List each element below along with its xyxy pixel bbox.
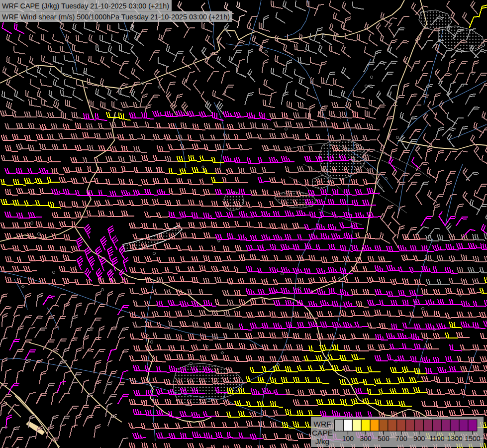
svg-text:300: 300 [360,435,372,443]
svg-text:1100: 1100 [429,435,444,443]
svg-text:CAPE: CAPE [312,429,333,437]
svg-text:WRF: WRF [313,420,331,428]
svg-text:1500: 1500 [465,435,480,443]
svg-text:700: 700 [395,435,407,443]
svg-text:J/kg: J/kg [315,437,329,446]
svg-text:WRF Wind shear (m/s) 500/1000h: WRF Wind shear (m/s) 500/1000hPa Tuesday… [2,12,230,21]
svg-text:WRF CAPE (J/kg) Tuesday 21-10-: WRF CAPE (J/kg) Tuesday 21-10-2025 03:00… [2,1,169,10]
svg-text:900: 900 [413,435,425,443]
svg-text:1300: 1300 [447,435,463,443]
svg-text:500: 500 [378,435,390,443]
svg-text:100: 100 [342,435,354,443]
